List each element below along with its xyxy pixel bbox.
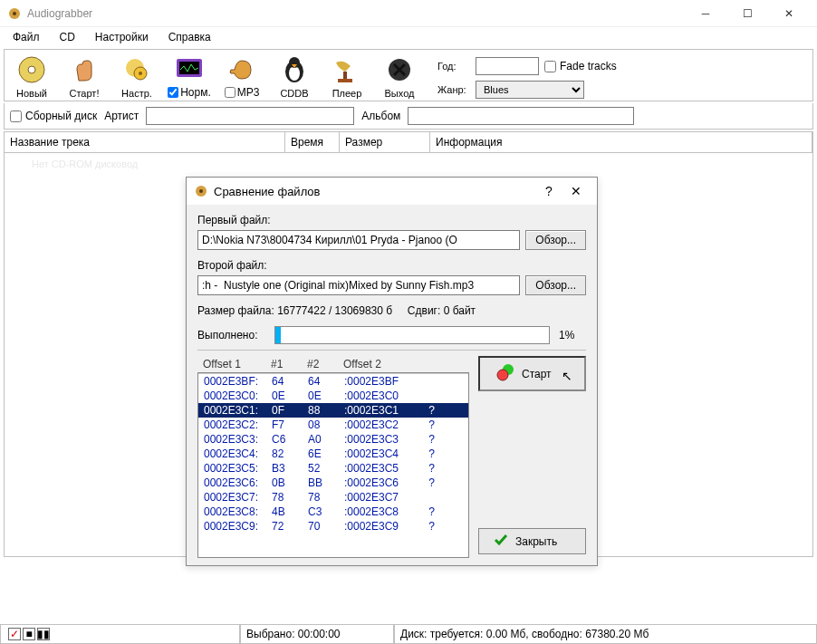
mp3-button[interactable]: MP3 (220, 53, 264, 99)
progress-bar (274, 326, 550, 344)
monitor-icon (173, 53, 206, 86)
compilation-label: Сборный диск (25, 110, 97, 122)
dialog-title: Сравнение файлов (214, 185, 535, 198)
artist-input[interactable] (146, 107, 354, 125)
norm-button[interactable]: Норм. (168, 53, 211, 99)
compare-row[interactable]: 0002E3C9:7270:0002E3C9? (198, 519, 468, 533)
compare-row[interactable]: 0002E3C6:0BBB:0002E3C6? (198, 476, 468, 490)
file2-input[interactable] (197, 275, 520, 295)
col-info[interactable]: Информация (430, 132, 812, 152)
svg-point-16 (199, 189, 203, 193)
done-label: Выполнено: (197, 329, 265, 341)
help-button[interactable]: ? (535, 184, 562, 198)
toolbar-right: Год: Fade tracks Жанр: Blues (437, 57, 617, 99)
svg-point-3 (28, 66, 35, 73)
fade-checkbox[interactable] (544, 61, 556, 72)
start-compare-button[interactable]: Старт ↖ (478, 356, 586, 391)
col-time[interactable]: Время (285, 132, 340, 152)
menu-help[interactable]: Справка (159, 29, 220, 45)
file2-label: Второй файл: (197, 259, 586, 272)
col-size[interactable]: Размер (340, 132, 430, 152)
checkmark-icon (494, 533, 508, 550)
dialog-icon (194, 184, 208, 198)
info-row: Сборный диск Артист Альбом (4, 103, 813, 130)
mp3-checkbox[interactable] (225, 87, 235, 98)
artist-label: Артист (104, 110, 139, 122)
compare-row[interactable]: 0002E3C8:4BC3:0002E3C8? (198, 505, 468, 519)
close-button[interactable]: ✕ (768, 0, 810, 27)
file1-label: Первый файл: (197, 214, 586, 226)
menu-settings[interactable]: Настройки (86, 29, 158, 45)
window-title: Audiograbber (27, 7, 685, 20)
compare-row[interactable]: 0002E3C4:826E:0002E3C4? (198, 447, 468, 461)
filesize-text: Размер файла: 16777422 / 13069830 б (197, 304, 392, 317)
year-label: Год: (437, 61, 470, 72)
col-track[interactable]: Название трека (5, 132, 285, 152)
menu-file[interactable]: Файл (4, 29, 49, 45)
compare-dialog: Сравнение файлов ? ✕ Первый файл: Обзор.… (186, 177, 598, 566)
maximize-button[interactable]: ☐ (726, 0, 768, 27)
shift-text: Сдвиг: 0 байт (408, 304, 476, 317)
year-input[interactable] (476, 57, 539, 75)
statusbar: ✓ ■ ▮▮ Выбрано: 00:00:00 Диск: требуется… (0, 624, 817, 644)
sb-square-icon[interactable]: ■ (23, 628, 35, 640)
app-icon (7, 6, 22, 21)
penguin-icon (278, 53, 311, 86)
compare-row[interactable]: 0002E3C5:B352:0002E3C5? (198, 461, 468, 476)
player-button[interactable]: Плеер (325, 53, 369, 99)
compilation-checkbox[interactable] (10, 111, 22, 122)
norm-checkbox[interactable] (168, 87, 178, 98)
dialog-titlebar: Сравнение файлов ? ✕ (187, 178, 597, 205)
empty-message: Нет CD-ROM дисковод (5, 153, 812, 175)
compare-row[interactable]: 0002E3C2:F708:0002E3C2? (198, 418, 468, 432)
new-button[interactable]: Новый (10, 53, 53, 99)
compare-row[interactable]: 0002E3C0:0E0E:0002E3C0 (198, 389, 468, 403)
close-compare-button[interactable]: Закрыть (478, 528, 586, 554)
compare-row[interactable]: 0002E3C7:7878:0002E3C7 (198, 490, 468, 505)
sb-disk: Диск: требуется: 0.00 Мб, свободно: 6738… (394, 625, 817, 644)
gear-icon (120, 53, 153, 86)
titlebar: Audiograbber ─ ☐ ✕ (0, 0, 817, 27)
menubar: Файл CD Настройки Справка (0, 27, 817, 47)
svg-point-18 (497, 370, 508, 380)
browse1-button[interactable]: Обзор... (525, 230, 586, 250)
compare-list[interactable]: 0002E3BF:6464:0002E3BF0002E3C0:0E0E:0002… (197, 372, 469, 558)
compare-row[interactable]: 0002E3BF:6464:0002E3BF (198, 374, 468, 389)
exit-button[interactable]: Выход (378, 53, 421, 99)
mp3-icon (226, 53, 258, 86)
cursor-icon: ↖ (562, 369, 572, 383)
settings-button[interactable]: Настр. (115, 53, 159, 99)
sb-bars-icon[interactable]: ▮▮ (37, 628, 50, 640)
cd-icon (15, 53, 48, 86)
toolbar: Новый Старт! Настр. Норм. MP3 CDDB Плеер… (4, 49, 813, 101)
sb-check-icon[interactable]: ✓ (8, 628, 21, 640)
play-icon (496, 363, 514, 384)
svg-point-1 (13, 12, 16, 15)
minimize-button[interactable]: ─ (685, 0, 726, 27)
genre-select[interactable]: Blues (476, 81, 584, 99)
file1-input[interactable] (197, 230, 520, 250)
gramophone-icon (331, 53, 363, 86)
svg-rect-13 (338, 79, 352, 82)
done-pct: 1% (559, 329, 586, 341)
genre-label: Жанр: (437, 84, 470, 95)
compare-row[interactable]: 0002E3CA:F8C7:0002E3CA? (198, 533, 468, 536)
dialog-close-button[interactable]: ✕ (562, 184, 590, 198)
hand-icon (68, 53, 101, 86)
svg-point-6 (139, 72, 142, 75)
svg-point-10 (289, 66, 300, 81)
compare-row[interactable]: 0002E3C1:0F88:0002E3C1? (198, 403, 468, 418)
exit-icon (383, 53, 416, 86)
list-header: Название трека Время Размер Информация (5, 132, 812, 153)
start-button[interactable]: Старт! (62, 53, 106, 99)
album-input[interactable] (408, 107, 634, 125)
menu-cd[interactable]: CD (51, 29, 84, 45)
sb-selected: Выбрано: 00:00:00 (240, 625, 394, 644)
album-label: Альбом (361, 110, 400, 122)
browse2-button[interactable]: Обзор... (525, 275, 586, 295)
cddb-button[interactable]: CDDB (273, 53, 316, 99)
compare-row[interactable]: 0002E3C3:C6A0:0002E3C3? (198, 432, 468, 447)
fade-label: Fade tracks (560, 60, 617, 72)
compare-header: Offset 1 #1 #2 Offset 2 (197, 356, 469, 372)
